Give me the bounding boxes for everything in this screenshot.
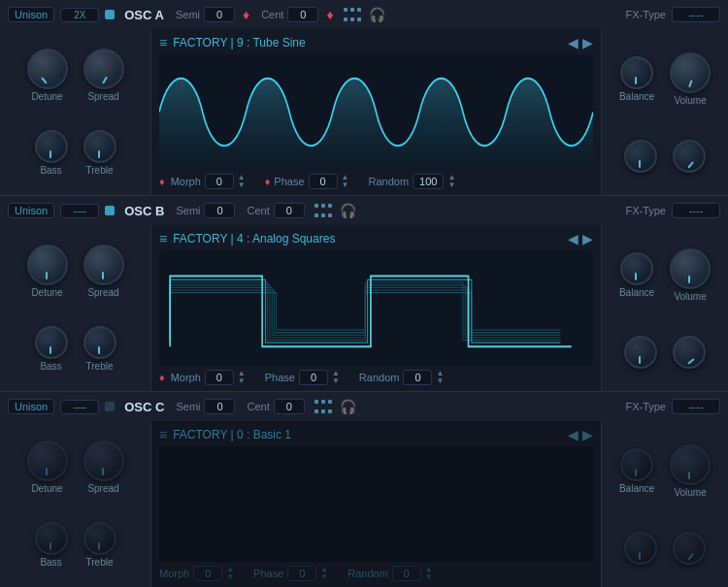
osc-a-random-arrows[interactable]: ▲▼ bbox=[447, 175, 455, 188]
osc-b-wave-footer: ♦ Morph 0 ▲▼ Phase 0 ▲▼ Random 0 ▲▼ bbox=[159, 370, 593, 385]
osc-a-spread-knob[interactable] bbox=[83, 49, 124, 89]
osc-b-random-value[interactable]: 0 bbox=[403, 370, 432, 385]
osc-c-spread-knob[interactable] bbox=[83, 440, 124, 481]
osc-a-wave-nav: ◀ ▶ bbox=[568, 36, 593, 49]
osc-b-bass-knob[interactable] bbox=[35, 326, 68, 359]
osc-c-unison-value[interactable]: ---- bbox=[60, 400, 99, 414]
osc-b-fx-value[interactable]: ---- bbox=[672, 203, 720, 218]
osc-a-phase-value[interactable]: 0 bbox=[309, 174, 338, 189]
osc-c-random-value[interactable]: 0 bbox=[392, 566, 421, 581]
osc-b-detune-knob[interactable] bbox=[27, 245, 68, 285]
osc-c-preset-name: FACTORY | 0 : Basic 1 bbox=[173, 428, 562, 441]
osc-c-semi-value[interactable]: 0 bbox=[204, 399, 235, 414]
osc-b-phase-arrows[interactable]: ▲▼ bbox=[332, 371, 340, 384]
osc-a-detune-knob[interactable] bbox=[27, 49, 68, 89]
osc-b-treble-knob[interactable] bbox=[83, 326, 116, 359]
osc-c-treble-knob[interactable] bbox=[83, 522, 116, 555]
osc-b-volume-knob-item: Volume bbox=[670, 248, 711, 302]
osc-a-phase-arrows[interactable]: ▲▼ bbox=[342, 175, 349, 188]
osc-a-wave-display[interactable] bbox=[159, 54, 593, 170]
osc-b-volume-knob[interactable] bbox=[670, 248, 711, 289]
osc-b-menu-icon[interactable]: ≡ bbox=[159, 231, 167, 246]
osc-c-prev-btn[interactable]: ◀ bbox=[568, 428, 579, 441]
osc-c-wave-display[interactable] bbox=[159, 446, 593, 562]
osc-a-random-value[interactable]: 100 bbox=[413, 174, 444, 189]
osc-b-volume-label: Volume bbox=[674, 291, 706, 302]
osc-a-r-bass-knob[interactable] bbox=[624, 140, 657, 173]
osc-a-wave-footer: ♦ Morph 0 ▲▼ ♦ Phase 0 ▲▼ Random 100 ▲▼ bbox=[159, 174, 593, 189]
osc-c-bass-knob[interactable] bbox=[35, 522, 68, 555]
osc-b-random-arrows[interactable]: ▲▼ bbox=[436, 371, 444, 384]
osc-c-r3-knob[interactable] bbox=[673, 532, 706, 565]
osc-c-detune-knob[interactable] bbox=[27, 440, 68, 481]
osc-a-morph-value[interactable]: 0 bbox=[205, 174, 234, 189]
osc-a-r-vol2-knob-item bbox=[673, 140, 706, 173]
osc-b-unison-label[interactable]: Unison bbox=[8, 203, 54, 218]
osc-c-morph-value[interactable]: 0 bbox=[193, 566, 222, 581]
osc-b-balance-knob[interactable] bbox=[620, 252, 653, 285]
osc-a-bass-knob[interactable] bbox=[35, 130, 68, 163]
osc-b-treble-knob-item: Treble bbox=[83, 326, 116, 372]
osc-c-menu-icon[interactable]: ≡ bbox=[159, 427, 167, 442]
osc-b-fx-label: FX-Type bbox=[625, 205, 666, 216]
osc-b-phase-value[interactable]: 0 bbox=[299, 370, 328, 385]
osc-a-balance-knob[interactable] bbox=[620, 56, 653, 89]
osc-c-cent-label: Cent bbox=[247, 401, 269, 412]
osc-b-semi-value[interactable]: 0 bbox=[204, 203, 235, 218]
osc-b-r3-knob[interactable] bbox=[673, 336, 706, 369]
osc-b-detune-knob-item: Detune bbox=[27, 245, 68, 298]
osc-a-cent-value[interactable]: 0 bbox=[287, 7, 318, 22]
osc-a-wave-panel: ≡ FACTORY | 9 : Tube Sine ◀ ▶ bbox=[150, 29, 602, 195]
osc-c-next-btn[interactable]: ▶ bbox=[582, 428, 593, 441]
osc-c-grid-icon[interactable] bbox=[314, 400, 332, 413]
osc-b-morph-arrows[interactable]: ▲▼ bbox=[238, 371, 246, 384]
osc-b-wave-header: ≡ FACTORY | 4 : Analog Squares ◀ ▶ bbox=[159, 231, 593, 246]
osc-a-volume-knob[interactable] bbox=[670, 52, 711, 93]
osc-a-left-knobs: Detune Spread bbox=[0, 29, 150, 195]
osc-b-balance-knob-item: Balance bbox=[619, 252, 654, 298]
osc-a-fx-value[interactable]: ---- bbox=[672, 7, 720, 22]
osc-c-label: OSC C bbox=[124, 400, 164, 414]
osc-a-headphone-icon[interactable]: 🎧 bbox=[369, 7, 385, 22]
osc-a-morph-icon: ♦ bbox=[159, 176, 165, 187]
osc-b-prev-btn[interactable]: ◀ bbox=[568, 232, 579, 245]
osc-c-unison-label[interactable]: Unison bbox=[8, 399, 54, 414]
osc-c-volume-knob[interactable] bbox=[670, 444, 711, 485]
osc-a-treble-knob[interactable] bbox=[83, 130, 116, 163]
osc-c-random-label: Random bbox=[347, 568, 388, 579]
osc-a-r-vol2-knob[interactable] bbox=[673, 140, 706, 173]
osc-a-volume-label: Volume bbox=[674, 95, 706, 106]
osc-a-unison-value[interactable]: 2X bbox=[60, 8, 99, 22]
osc-c-indicator[interactable] bbox=[105, 402, 115, 411]
osc-a-morph-arrows[interactable]: ▲▼ bbox=[238, 175, 246, 188]
osc-b-cent-value[interactable]: 0 bbox=[274, 203, 305, 218]
osc-a-unison-label[interactable]: Unison bbox=[8, 7, 54, 22]
osc-a-indicator[interactable] bbox=[105, 10, 115, 19]
osc-c-spread-label: Spread bbox=[87, 483, 118, 494]
osc-b-wave-display[interactable] bbox=[159, 250, 593, 366]
osc-a-menu-icon[interactable]: ≡ bbox=[159, 35, 167, 50]
osc-c-morph-arrows[interactable]: ▲▼ bbox=[226, 567, 234, 580]
osc-b-morph-value[interactable]: 0 bbox=[205, 370, 234, 385]
osc-c-fx-label: FX-Type bbox=[625, 401, 666, 412]
osc-b-spread-knob[interactable] bbox=[83, 245, 124, 285]
osc-c-headphone-icon[interactable]: 🎧 bbox=[340, 399, 356, 414]
osc-b-r2-knob[interactable] bbox=[624, 336, 657, 369]
osc-a-grid-icon[interactable] bbox=[344, 8, 361, 21]
osc-c-random-arrows[interactable]: ▲▼ bbox=[425, 567, 433, 580]
osc-c-r2-knob[interactable] bbox=[624, 532, 657, 565]
osc-c-fx-value[interactable]: ---- bbox=[672, 399, 720, 414]
osc-a-next-btn[interactable]: ▶ bbox=[582, 36, 593, 49]
osc-c-cent-value[interactable]: 0 bbox=[274, 399, 305, 414]
osc-b-grid-icon[interactable] bbox=[314, 204, 332, 217]
osc-a-semi-value[interactable]: 0 bbox=[204, 7, 235, 22]
osc-b-headphone-icon[interactable]: 🎧 bbox=[340, 203, 356, 218]
osc-b-unison-value[interactable]: ---- bbox=[60, 204, 99, 218]
osc-c-phase-arrows[interactable]: ▲▼ bbox=[320, 567, 328, 580]
osc-c-phase-value[interactable]: 0 bbox=[287, 566, 316, 581]
osc-b-next-btn[interactable]: ▶ bbox=[582, 232, 593, 245]
osc-b-indicator[interactable] bbox=[105, 206, 115, 215]
osc-c-balance-knob[interactable] bbox=[620, 448, 653, 481]
osc-a-section: Unison 2X OSC A Semi 0 ♦ Cent 0 ♦ 🎧 FX-T… bbox=[0, 0, 728, 196]
osc-a-prev-btn[interactable]: ◀ bbox=[568, 36, 579, 49]
